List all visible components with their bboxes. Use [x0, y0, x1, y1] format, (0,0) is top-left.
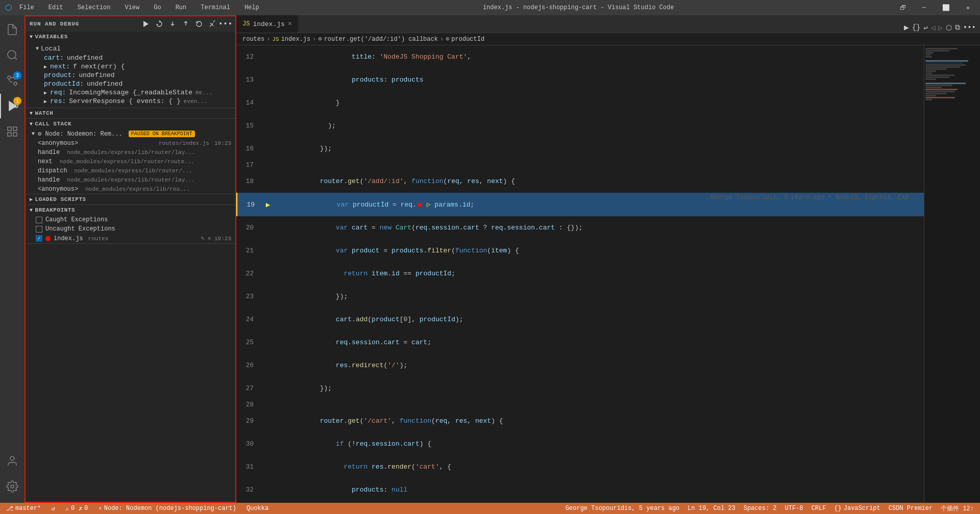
menu-edit[interactable]: Edit — [45, 3, 66, 12]
source-control-icon[interactable]: 3 — [0, 68, 24, 93]
edit-breakpoint-icon[interactable]: ✎ — [201, 235, 205, 242]
git-blame-status[interactable]: George Tsopouridis, 5 years ago — [564, 505, 681, 512]
undo-icon[interactable]: ↩ — [923, 23, 927, 32]
var-req[interactable]: ▶ req: IncomingMessage {_readableState R… — [26, 88, 235, 97]
tab-js-icon: JS — [242, 20, 250, 28]
caught-exceptions-checkbox[interactable] — [36, 217, 42, 223]
cursor-position-status[interactable]: Ln 19, Col 23 — [685, 505, 738, 512]
menu-selection[interactable]: Selection — [75, 3, 114, 12]
menu-file[interactable]: File — [16, 3, 37, 12]
error-count: 0 — [71, 505, 75, 512]
uncaught-exceptions-item[interactable]: Uncaught Exceptions — [26, 224, 235, 234]
minimap[interactable] — [924, 45, 980, 503]
var-product[interactable]: product: undefined — [26, 71, 235, 80]
git-branch-label: master* — [15, 505, 41, 512]
editor-tab-indexjs[interactable]: JS index.js × — [236, 15, 298, 33]
play-icon[interactable]: ▶ — [904, 22, 909, 33]
quokka-status[interactable]: Quokka — [244, 505, 271, 512]
minimize-button[interactable]: ─ — [917, 3, 931, 13]
callstack-frame-1[interactable]: handle node_modules/express/lib/router/l… — [26, 148, 235, 157]
nav-back-icon[interactable]: ◁ — [931, 23, 935, 32]
callstack-frame-5[interactable]: <anonymous> node_modules/express/lib/rou… — [26, 185, 235, 194]
variables-content: ▼ Local cart: undefined ▶ next: f next(e… — [26, 42, 235, 108]
indexjs-breakpoint-item[interactable]: ✓ index.js routes ✎ ✕ 19:23 — [26, 234, 235, 243]
format-icon[interactable]: {} — [912, 23, 921, 32]
code-line-33: 33 }); — [236, 501, 924, 503]
debug-icon: ⚡ — [99, 505, 102, 512]
callstack-header[interactable]: ▼ CALL STACK — [26, 119, 235, 129]
more-actions-button[interactable]: ••• — [220, 18, 231, 30]
local-chevron-icon: ▼ — [36, 46, 39, 52]
menu-help[interactable]: Help — [241, 3, 262, 12]
delete-breakpoint-icon[interactable]: ✕ — [208, 235, 211, 242]
var-res[interactable]: ▶ res: ServerResponse { events: { } even… — [26, 97, 235, 106]
uncaught-exceptions-label: Uncaught Exceptions — [45, 225, 115, 233]
code-line-13: 13 products: products — [236, 68, 924, 91]
uncaught-exceptions-checkbox[interactable] — [36, 226, 42, 233]
watch-header[interactable]: ▼ WATCH — [26, 108, 235, 118]
plugins-label: 个插件 12↑ — [941, 504, 974, 513]
open-changes-icon[interactable]: ⬡ — [946, 23, 952, 32]
extensions-icon[interactable] — [0, 119, 24, 144]
sync-status[interactable]: ↺ — [49, 505, 57, 512]
language-status[interactable]: {} JavaScript — [832, 505, 882, 512]
code-line-26: 26 res.redirect('/'); — [236, 354, 924, 377]
callstack-node-item[interactable]: ▼ ⚙ Node: Nodemon: Rem... PAUSED ON BREA… — [26, 129, 235, 139]
debug-session-status[interactable]: ⚡ Node: Nodemon (nodejs-shopping-cart) — [96, 505, 238, 512]
line-ending-status[interactable]: CRLF — [810, 505, 828, 512]
local-group-header[interactable]: ▼ Local — [26, 44, 235, 54]
var-productid[interactable]: productId: undefined — [26, 80, 235, 88]
step-out-button[interactable] — [180, 18, 191, 30]
menu-go[interactable]: Go — [151, 3, 164, 12]
callstack-frame-4[interactable]: handle node_modules/express/lib/router/l… — [26, 175, 235, 185]
split-editor-icon[interactable]: ⧉ — [955, 23, 960, 32]
quokka-label: Quokka — [247, 505, 268, 512]
settings-icon[interactable] — [0, 474, 24, 499]
errors-status[interactable]: ⚠ 0 ✗ 0 — [63, 505, 90, 512]
menu-terminal[interactable]: Terminal — [198, 3, 233, 12]
git-branch-icon: ⎇ — [6, 505, 13, 512]
code-line-23: 23 }); — [236, 285, 924, 308]
variables-header[interactable]: ▼ VARIABLES — [26, 32, 235, 42]
breakpoints-header[interactable]: ▼ BREAKPOINTS — [26, 205, 235, 215]
loaded-scripts-header[interactable]: ▶ LOADED SCRIPTS — [26, 194, 235, 204]
caught-exceptions-item[interactable]: Caught Exceptions — [26, 215, 235, 224]
restore-button[interactable]: 🗗 — [895, 3, 911, 13]
variables-label: VARIABLES — [35, 34, 68, 40]
activity-bar-bottom — [0, 449, 24, 503]
disconnect-button[interactable] — [207, 18, 218, 30]
breadcrumb-routes[interactable]: routes — [242, 36, 264, 43]
search-icon[interactable] — [0, 43, 24, 67]
tab-close-icon[interactable]: × — [288, 20, 292, 28]
breadcrumb-callback[interactable]: router.get('/add/:id') callback — [324, 36, 438, 43]
bp-location: routes — [88, 236, 109, 242]
callstack-frame-0[interactable]: <anonymous> routes/index.js 19:23 — [26, 139, 235, 148]
more-editor-actions-icon[interactable]: ••• — [963, 23, 976, 32]
nav-forward-icon[interactable]: ▷ — [938, 23, 942, 32]
indexjs-breakpoint-checkbox[interactable]: ✓ — [36, 235, 42, 242]
callstack-frame-3[interactable]: dispatch node_modules/express/lib/router… — [26, 166, 235, 175]
code-editor[interactable]: 12 title: 'NodeJS Shopping Cart', 13 pro… — [236, 45, 924, 503]
encoding-status[interactable]: UTF-8 — [783, 505, 805, 512]
spaces-status[interactable]: Spaces: 2 — [742, 505, 779, 512]
step-over-button[interactable] — [154, 18, 165, 30]
explorer-icon[interactable] — [0, 17, 24, 42]
var-next[interactable]: ▶ next: f next(err) { — [26, 62, 235, 71]
menu-view[interactable]: View — [121, 3, 142, 12]
run-debug-icon[interactable]: 1 — [0, 94, 24, 118]
plugins-status[interactable]: 个插件 12↑ — [939, 504, 976, 513]
menu-run[interactable]: Run — [173, 3, 190, 12]
step-into-button[interactable] — [167, 18, 178, 30]
breakpoints-section: ▼ BREAKPOINTS Caught Exceptions Uncaught… — [26, 205, 235, 244]
var-cart[interactable]: cart: undefined — [26, 54, 235, 62]
csdn-status[interactable]: CSDN Premier — [887, 505, 935, 512]
callstack-frame-2[interactable]: next node_modules/express/lib/router/rou… — [26, 157, 235, 166]
title-bar-left: ⬡ File Edit Selection View Go Run Termin… — [5, 3, 262, 13]
breadcrumb-indexjs[interactable]: index.js — [281, 36, 311, 43]
maximize-button[interactable]: ⬜ — [937, 3, 955, 13]
restart-button[interactable] — [193, 18, 205, 30]
account-icon[interactable] — [0, 449, 24, 473]
git-branch-status[interactable]: ⎇ master* — [4, 505, 43, 512]
close-button[interactable]: ✕ — [961, 3, 975, 13]
start-debugging-button[interactable] — [140, 18, 152, 30]
